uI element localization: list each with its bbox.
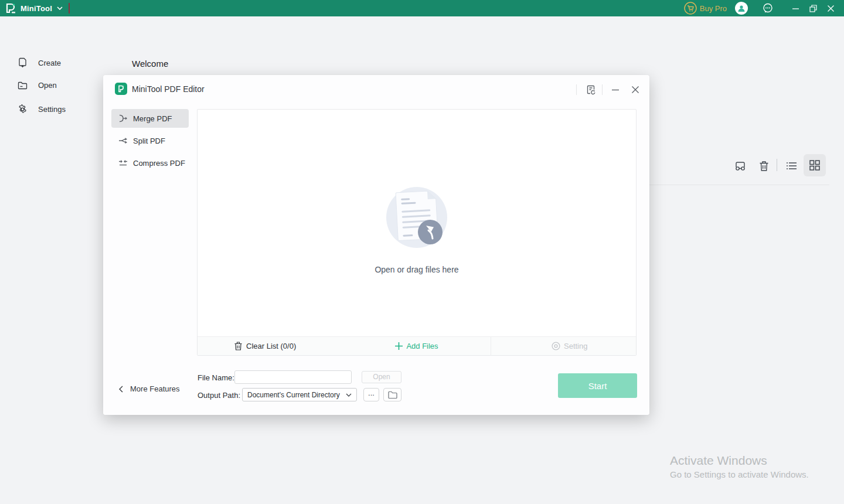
- file-name-input[interactable]: [234, 370, 352, 384]
- output-path-value: Document's Current Directory: [247, 391, 346, 399]
- tab-label: Split PDF: [133, 137, 165, 145]
- delete-button[interactable]: [757, 159, 771, 173]
- chevron-down-icon: [346, 393, 352, 397]
- tab-welcome[interactable]: Welcome: [132, 59, 168, 69]
- trash-icon: [759, 161, 769, 172]
- dialog-title: MiniTool PDF Editor: [132, 84, 205, 94]
- buy-pro-button[interactable]: Buy Pro: [684, 2, 727, 15]
- list-view-icon: [787, 162, 797, 170]
- merge-icon: [118, 114, 128, 122]
- browse-button[interactable]: ...: [363, 388, 379, 401]
- toolbar-separator: [777, 159, 777, 171]
- watermark-subtitle: Go to Settings to activate Windows.: [670, 469, 809, 479]
- open-folder-icon: [18, 81, 28, 90]
- window-minimize-button[interactable]: [787, 0, 804, 16]
- tab-compress-pdf[interactable]: Compress PDF: [111, 154, 189, 172]
- tab-label: Merge PDF: [133, 114, 172, 123]
- buy-pro-label: Buy Pro: [700, 4, 727, 13]
- dialog-logo: [115, 83, 127, 95]
- user-icon: [737, 4, 746, 12]
- close-icon: [631, 86, 639, 94]
- setting-label: Setting: [564, 342, 587, 350]
- dialog-minimize-button[interactable]: [608, 83, 622, 97]
- cart-icon: [684, 2, 697, 15]
- open-button[interactable]: Open: [362, 371, 401, 383]
- account-avatar[interactable]: [735, 2, 748, 15]
- dropzone-body[interactable]: Open or drag files here: [198, 110, 636, 336]
- titlebar-separator: [69, 3, 70, 13]
- dropdown-caret-icon[interactable]: [57, 6, 63, 10]
- sidebar-item-create[interactable]: Create: [18, 57, 61, 68]
- content-divider: [649, 185, 829, 185]
- open-output-folder-button[interactable]: [383, 388, 401, 401]
- folder-icon: [388, 391, 397, 399]
- document-cursor-illustration: [370, 185, 464, 255]
- more-features-label: More Features: [130, 384, 180, 393]
- sidebar-item-label: Settings: [38, 105, 66, 114]
- pdf-logo-icon: [117, 85, 125, 93]
- setting-button[interactable]: Setting: [552, 342, 587, 350]
- gear-icon: [18, 104, 28, 114]
- restore-icon: [809, 5, 817, 12]
- window-restore-button[interactable]: [804, 0, 822, 16]
- footer-separator: [491, 337, 491, 356]
- minitool-pdf-logo-icon: [5, 2, 16, 14]
- reader-mode-button[interactable]: [733, 159, 747, 173]
- add-files-label: Add Files: [406, 342, 438, 350]
- chevron-left-icon: [119, 386, 123, 393]
- list-view-button[interactable]: [785, 159, 799, 173]
- compress-icon: [118, 159, 128, 166]
- sidebar-item-open[interactable]: Open: [18, 81, 57, 90]
- grid-view-icon: [809, 160, 820, 171]
- dialog-header-separator: [602, 84, 603, 95]
- file-dropzone[interactable]: Open or drag files here Clear List (0/0)…: [197, 109, 637, 356]
- sidebar-item-label: Open: [38, 81, 57, 90]
- output-path-label: Output Path:: [198, 391, 240, 400]
- sidebar-item-settings[interactable]: Settings: [18, 104, 66, 114]
- setting-gear-icon: [552, 342, 560, 350]
- glasses-icon: [734, 161, 746, 171]
- window-close-button[interactable]: [822, 0, 839, 16]
- dropzone-hint: Open or drag files here: [198, 265, 636, 274]
- watermark-title: Activate Windows: [670, 454, 809, 468]
- tab-label: Compress PDF: [133, 159, 185, 168]
- plus-icon: [395, 342, 403, 350]
- dropzone-footer: Clear List (0/0) Add Files Setting: [198, 336, 636, 355]
- more-features-button[interactable]: More Features: [119, 384, 180, 393]
- feedback-icon: [586, 85, 596, 95]
- dialog-header-separator: [576, 84, 577, 95]
- file-name-label: File Name:: [198, 373, 234, 382]
- sidebar-item-label: Create: [38, 59, 61, 67]
- dialog-close-button[interactable]: [628, 83, 642, 97]
- start-button[interactable]: Start: [558, 373, 637, 398]
- minimize-icon: [792, 5, 799, 12]
- close-icon: [827, 5, 835, 12]
- titlebar: MiniTool Buy Pro: [0, 0, 844, 16]
- tab-merge-pdf[interactable]: Merge PDF: [111, 109, 189, 128]
- activate-windows-watermark: Activate Windows Go to Settings to activ…: [670, 454, 809, 479]
- grid-view-button[interactable]: [804, 154, 826, 176]
- minimize-icon: [611, 86, 620, 94]
- pdf-tools-dialog: MiniTool PDF Editor Merge PDF Split PDF: [103, 75, 649, 415]
- output-path-select[interactable]: Document's Current Directory: [242, 388, 357, 401]
- split-icon: [118, 137, 128, 145]
- tab-split-pdf[interactable]: Split PDF: [111, 131, 189, 150]
- chat-icon[interactable]: [762, 2, 774, 14]
- brand-label: MiniTool: [21, 4, 52, 13]
- new-document-icon: [18, 57, 28, 68]
- feedback-button[interactable]: [584, 83, 598, 97]
